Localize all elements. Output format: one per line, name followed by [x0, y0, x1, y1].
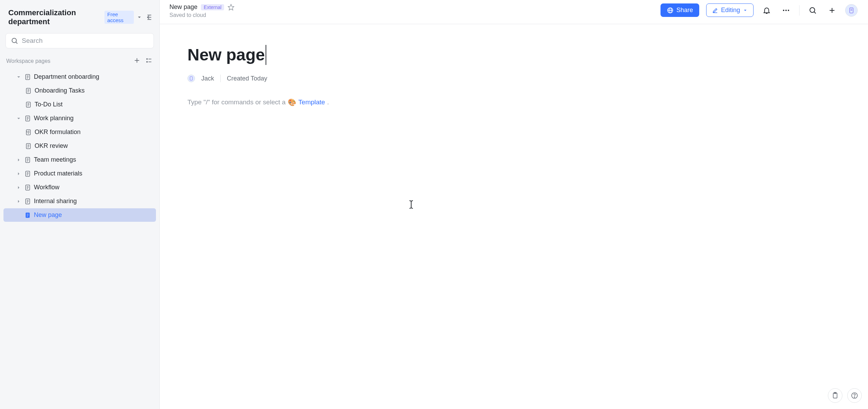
chevron-right-icon[interactable] — [16, 172, 21, 176]
bell-icon — [763, 6, 771, 15]
workspace-title: Commercialization department — [8, 8, 102, 26]
svg-point-61 — [785, 10, 787, 11]
svg-point-7 — [147, 59, 148, 60]
chevron-right-icon[interactable] — [16, 199, 21, 203]
page-icon — [24, 156, 31, 163]
editor-placeholder[interactable]: Type "/" for commands or select a 🎨 Temp… — [187, 98, 840, 106]
author-avatar-icon — [187, 75, 195, 82]
tree-item-label: Workflow — [34, 184, 59, 191]
workspace-header: Commercialization department Free access — [3, 3, 156, 31]
tree-item-label: Internal sharing — [34, 198, 77, 205]
tree-item-label: Team meetings — [34, 156, 76, 163]
chevron-down-icon[interactable] — [16, 116, 21, 121]
add-page-icon[interactable] — [133, 57, 141, 66]
page-icon — [25, 101, 32, 108]
tree-item-label: Work planning — [34, 115, 74, 122]
tree-item[interactable]: Onboarding Tasks — [3, 84, 156, 97]
tree-item[interactable]: Workflow — [3, 181, 156, 194]
tree-item-label: Onboarding Tasks — [35, 87, 85, 94]
plus-icon — [828, 6, 836, 15]
chevron-right-icon[interactable] — [16, 186, 21, 190]
search-icon — [11, 37, 18, 45]
breadcrumb-title[interactable]: New page — [169, 3, 197, 11]
tree-item-label: Department onboarding — [34, 73, 99, 80]
svg-point-3 — [12, 38, 17, 43]
notifications-button[interactable] — [760, 4, 773, 17]
svg-point-74 — [854, 397, 855, 398]
tree-item[interactable]: OKR review — [3, 139, 156, 153]
page-tree: Department onboarding Onboarding Tasks T… — [3, 68, 156, 223]
tree-item-label: Product materials — [34, 170, 82, 177]
tree-item[interactable]: Team meetings — [3, 153, 156, 167]
free-access-badge: Free access — [104, 11, 134, 24]
pencil-icon — [712, 7, 718, 13]
svg-point-9 — [147, 61, 148, 63]
chevron-down-icon[interactable] — [16, 75, 21, 79]
author-name: Jack — [201, 75, 214, 82]
editing-mode-button[interactable]: Editing — [706, 3, 754, 17]
page-icon — [24, 170, 31, 177]
main-content: New page External Saved to cloud Share E… — [160, 0, 868, 409]
page-icon — [24, 184, 31, 191]
tree-item-label: OKR review — [35, 142, 68, 150]
find-button[interactable] — [806, 4, 819, 17]
divider — [220, 75, 221, 82]
svg-point-62 — [788, 10, 789, 11]
add-button[interactable] — [826, 4, 838, 17]
top-bar: New page External Saved to cloud Share E… — [160, 0, 868, 24]
tree-item[interactable]: Work planning — [3, 112, 156, 125]
tree-item[interactable]: Department onboarding — [3, 70, 156, 84]
globe-icon — [667, 7, 674, 14]
sidebar: Commercialization department Free access… — [0, 0, 160, 409]
chevron-right-icon[interactable] — [16, 158, 21, 162]
tree-item[interactable]: To-Do List — [3, 98, 156, 111]
search-icon — [809, 6, 817, 15]
list-settings-icon[interactable] — [146, 57, 153, 65]
page-icon — [24, 212, 31, 219]
page-icon — [25, 129, 32, 136]
search-box[interactable] — [6, 33, 154, 48]
document-meta: Jack Created Today — [187, 75, 840, 82]
svg-marker-55 — [228, 4, 234, 10]
more-horizontal-icon — [782, 6, 790, 15]
divider — [799, 5, 800, 16]
external-badge: External — [201, 4, 224, 10]
user-avatar[interactable] — [845, 4, 858, 17]
collapse-sidebar-icon[interactable] — [145, 13, 153, 21]
tree-item[interactable]: Product materials — [3, 167, 156, 180]
svg-rect-70 — [190, 77, 193, 80]
help-fab[interactable] — [847, 388, 862, 403]
page-icon — [25, 87, 32, 94]
clipboard-icon — [831, 392, 839, 399]
more-button[interactable] — [780, 4, 792, 17]
tree-item-label: To-Do List — [35, 101, 63, 108]
tree-item-selected[interactable]: New page — [3, 208, 156, 222]
svg-point-63 — [810, 8, 815, 12]
section-header: Workspace pages — [3, 54, 156, 68]
workspace-caret-icon[interactable] — [137, 15, 142, 20]
tree-item[interactable]: OKR formulation — [3, 125, 156, 139]
page-icon — [24, 115, 31, 122]
page-icon — [24, 198, 31, 205]
share-button[interactable]: Share — [661, 3, 699, 17]
clipboard-fab[interactable] — [828, 388, 842, 403]
tree-item[interactable]: Internal sharing — [3, 194, 156, 208]
page-icon — [24, 74, 31, 80]
document-title[interactable]: New page — [187, 45, 266, 65]
created-label: Created Today — [227, 75, 267, 82]
search-input[interactable] — [22, 37, 149, 45]
save-status: Saved to cloud — [169, 12, 234, 18]
template-sparkle-icon: 🎨 — [288, 98, 296, 106]
editor-area[interactable]: New page Jack Created Today Type "/" for… — [160, 24, 868, 409]
section-title: Workspace pages — [6, 58, 50, 64]
svg-line-4 — [16, 42, 17, 44]
page-icon — [25, 143, 32, 150]
tree-item-label: OKR formulation — [35, 129, 81, 136]
help-icon — [851, 392, 858, 399]
star-icon[interactable] — [228, 4, 234, 11]
chevron-down-icon — [743, 8, 748, 13]
svg-line-64 — [814, 12, 816, 13]
tree-item-label: New page — [34, 211, 62, 219]
svg-point-60 — [783, 10, 784, 11]
template-link[interactable]: Template — [298, 98, 325, 106]
